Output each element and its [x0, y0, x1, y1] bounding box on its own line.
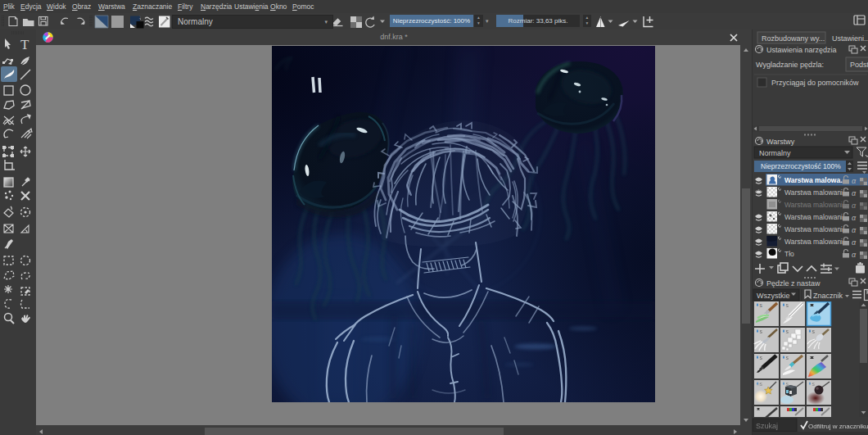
svg-text:α: α: [852, 214, 857, 222]
svg-text:Warstwy: Warstwy: [766, 138, 795, 146]
svg-text:Znacznik: Znacznik: [813, 292, 843, 300]
svg-text:Warstwa malowani...: Warstwa malowani...: [784, 225, 848, 233]
svg-text:Pędzle z nastaw: Pędzle z nastaw: [766, 279, 821, 288]
svg-text:α: α: [852, 189, 857, 197]
svg-text:Odfiltruj w znaczniku: Odfiltruj w znaczniku: [808, 423, 868, 430]
svg-text:Podstaw: Podstaw: [850, 61, 868, 69]
svg-text:Rozbudowany wy...: Rozbudowany wy...: [762, 34, 825, 43]
svg-text:Ustawieni...: Ustawieni...: [832, 34, 868, 43]
svg-text:Wygladzanie pędzla:: Wygladzanie pędzla:: [756, 61, 824, 69]
svg-text:Warstwa malowani...: Warstwa malowani...: [784, 213, 848, 221]
svg-text:Warstwa malowani...: Warstwa malowani...: [784, 201, 848, 209]
svg-text:α: α: [852, 238, 857, 247]
svg-text:Normalny: Normalny: [759, 149, 791, 157]
svg-text:Wszystkie: Wszystkie: [757, 292, 790, 300]
svg-text:Ustawienia narzędzia: Ustawienia narzędzia: [766, 46, 837, 54]
svg-text:α: α: [852, 202, 857, 210]
svg-text:Szukaj: Szukaj: [756, 422, 778, 430]
svg-text:Warstwa malowani...: Warstwa malowani...: [784, 188, 848, 197]
svg-text:α: α: [852, 177, 857, 185]
svg-text:Nieprzezroczystość 100%: Nieprzezroczystość 100%: [761, 162, 841, 170]
svg-text:Warstwa malowa...: Warstwa malowa...: [784, 176, 846, 184]
svg-text:Tło: Tło: [784, 250, 794, 258]
svg-text:α: α: [852, 251, 857, 259]
svg-text:Przyciągaj do pomocników: Przyciągaj do pomocników: [771, 79, 859, 87]
svg-text:α: α: [852, 226, 857, 234]
svg-text:Warstwa malowani...: Warstwa malowani...: [784, 238, 848, 246]
svg-text:T: T: [20, 37, 29, 52]
